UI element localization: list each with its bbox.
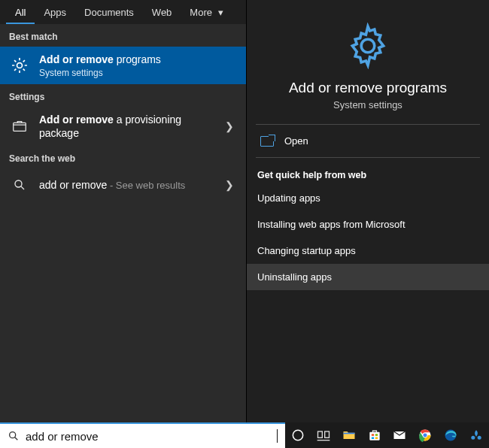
result-text: add or remove - See web results [39,178,213,192]
search-icon [8,430,20,442]
svg-point-2 [15,180,22,187]
open-icon [260,136,274,147]
result-best-add-remove-programs[interactable]: Add or remove programs System settings [0,47,246,84]
microsoft-store-icon[interactable] [366,427,383,443]
app-icon[interactable] [468,427,484,443]
details-title: Add or remove programs [256,80,480,96]
section-search-web: Search the web [0,146,246,168]
svg-rect-11 [371,437,373,440]
svg-point-5 [293,430,302,440]
svg-rect-10 [375,434,377,436]
search-box[interactable] [0,422,285,448]
details-hero: Add or remove programs System settings [247,0,489,124]
open-label: Open [284,135,308,147]
chevron-right-icon: ❯ [222,120,237,132]
svg-point-3 [361,39,375,53]
result-web-add-or-remove[interactable]: add or remove - See web results ❯ [0,168,246,201]
help-changing-startup[interactable]: Changing startup apps [247,238,489,264]
section-settings: Settings [0,84,246,107]
svg-rect-1 [14,123,26,131]
help-updating-apps[interactable]: Updating apps [247,185,489,211]
result-settings-provisioning[interactable]: Add or remove a provisioning package ❯ [0,107,246,146]
search-results-panel: All Apps Documents Web More ▾ Best match… [0,0,246,448]
tab-all[interactable]: All [6,2,35,24]
details-panel: Add or remove programs System settings O… [246,0,489,422]
svg-point-18 [478,436,481,440]
help-uninstalling-apps[interactable]: Uninstalling apps [247,264,489,290]
results-empty-area [0,201,246,448]
result-text: Add or remove a provisioning package [39,113,213,140]
tab-documents[interactable]: Documents [75,2,143,24]
package-icon [9,116,30,137]
chrome-icon[interactable] [417,427,433,443]
task-view-icon[interactable] [315,427,332,443]
chevron-right-icon: ❯ [222,179,237,191]
gear-icon [9,55,30,76]
file-explorer-icon[interactable] [341,427,357,443]
tab-more[interactable]: More ▾ [181,2,232,24]
edge-icon[interactable] [442,427,459,443]
svg-rect-12 [375,437,377,440]
mail-icon[interactable] [392,427,409,443]
text-cursor [277,429,278,443]
svg-rect-7 [324,431,329,437]
taskbar [285,422,489,448]
chevron-down-icon: ▾ [218,7,223,18]
cortana-icon[interactable] [290,427,306,443]
svg-point-17 [471,436,475,440]
help-installing-web[interactable]: Installing web apps from Microsoft [247,211,489,238]
svg-rect-9 [371,434,373,436]
gear-icon [345,23,391,69]
result-text: Add or remove programs System settings [39,53,237,78]
search-icon [9,174,30,195]
search-tabs: All Apps Documents Web More ▾ [0,0,246,24]
details-subtitle: System settings [256,99,480,110]
tab-apps[interactable]: Apps [35,2,75,24]
svg-point-0 [17,63,23,68]
svg-rect-8 [369,432,379,440]
help-section-title: Get quick help from web [247,158,489,185]
search-input[interactable] [26,430,278,443]
open-button[interactable]: Open [247,125,489,157]
tab-more-label: More [190,7,212,18]
tab-web[interactable]: Web [143,2,181,24]
svg-rect-6 [317,431,322,437]
svg-point-4 [10,432,16,438]
section-best-match: Best match [0,24,246,47]
